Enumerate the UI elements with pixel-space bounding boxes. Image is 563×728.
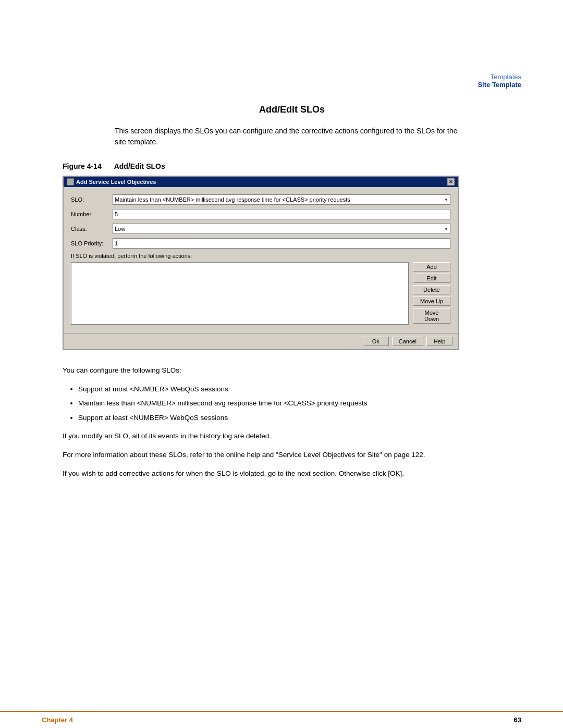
cancel-button[interactable]: Cancel [392,337,423,346]
more-info-text: For more information about these SLOs, r… [63,449,521,461]
dialog-body: SLO: Maintain less than <NUMBER> millise… [64,187,458,333]
bullet-item-2: Maintain less than <NUMBER> millisecond … [78,398,521,409]
class-dropdown[interactable]: Low ▼ [113,224,450,234]
slo-action-buttons: Add Edit Delete Move Up Move Down [413,262,450,325]
dialog-window: Add Service Level Objectives ✕ SLO: Main… [63,176,459,350]
slo-actions-area: Add Edit Delete Move Up Move Down [71,262,450,325]
class-row: Class: Low ▼ [71,224,450,234]
footer-page-number: 63 [514,716,521,724]
dialog-icon [67,178,74,186]
dialog-title: Add Service Level Objectives [76,179,156,185]
modify-slo-text: If you modify an SLO, all of its events … [63,430,521,442]
dialog-footer: Ok Cancel Help [64,333,458,349]
bullet-item-3: Support at least <NUMBER> WebQoS session… [78,412,521,424]
number-input[interactable]: 5 [113,209,450,219]
breadcrumb-site-template[interactable]: Site Template [478,81,521,89]
number-row: Number: 5 [71,209,450,219]
move-down-button[interactable]: Move Down [413,308,450,324]
slo-label: SLO: [71,196,113,203]
footer-chapter: Chapter 4 [42,716,73,724]
class-label: Class: [71,226,113,232]
actions-label: If SLO is violated, perform the followin… [71,253,450,259]
slo-actions-list[interactable] [71,262,409,325]
ok-button[interactable]: Ok [363,337,389,346]
slo-bullet-list: Support at most <NUMBER> WebQoS sessions… [78,384,521,424]
move-up-button[interactable]: Move Up [413,297,450,306]
breadcrumb-templates[interactable]: Templates [478,73,521,81]
edit-button[interactable]: Edit [413,274,450,283]
class-value: Low [115,226,125,232]
number-value: 5 [115,211,118,217]
slo-dropdown[interactable]: Maintain less than <NUMBER> millisecond … [113,194,450,205]
breadcrumb: Templates Site Template [478,73,521,89]
slo-priority-label: SLO Priority: [71,240,113,246]
figure-number: Figure 4-14 [63,162,102,170]
class-dropdown-arrow: ▼ [444,227,448,231]
delete-button[interactable]: Delete [413,285,450,294]
section-heading: Add/Edit SLOs [63,104,521,115]
bullet-item-1: Support at most <NUMBER> WebQoS sessions [78,384,521,395]
add-button[interactable]: Add [413,262,450,272]
figure-caption: Add/Edit SLOs [114,162,165,170]
slo-value: Maintain less than <NUMBER> millisecond … [115,196,350,203]
section-description: This screen displays the SLOs you can co… [115,126,469,147]
page-footer: Chapter 4 63 [0,711,563,728]
configure-slos-text: You can configure the following SLOs: [63,365,521,376]
dialog-titlebar: Add Service Level Objectives ✕ [64,177,458,187]
slo-dropdown-arrow: ▼ [444,198,448,202]
add-corrective-text: If you wish to add corrective actions fo… [63,468,521,479]
dialog-close-button[interactable]: ✕ [447,178,455,186]
number-label: Number: [71,211,113,217]
slo-priority-value: 1 [115,240,118,246]
dialog-titlebar-left: Add Service Level Objectives [67,178,156,186]
slo-row: SLO: Maintain less than <NUMBER> millise… [71,194,450,205]
figure-label: Figure 4-14 Add/Edit SLOs [63,162,521,170]
help-button[interactable]: Help [426,337,452,346]
slo-priority-row: SLO Priority: 1 [71,238,450,249]
slo-priority-input[interactable]: 1 [113,238,450,249]
